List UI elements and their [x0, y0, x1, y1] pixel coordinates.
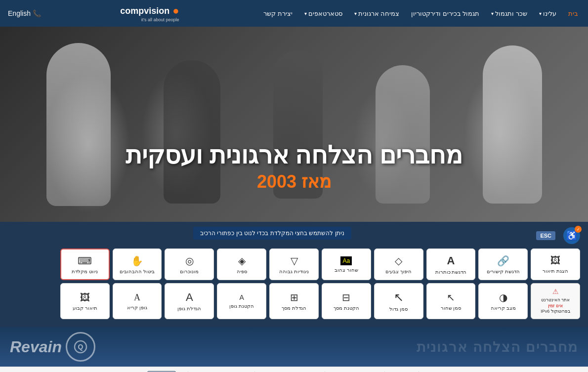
nav-item-about[interactable]: עלינו ▾ — [534, 7, 561, 20]
hand-icon: ✋ — [131, 255, 143, 267]
acc-btn-invert-colors[interactable]: ◇ היפוך צבעים — [374, 248, 423, 280]
svg-text:Q: Q — [78, 343, 83, 351]
accessibility-buttons-row1: 🖼 הצגת תיאור 🔗 הדגשת קישורים A הדגשת כות… — [8, 248, 580, 280]
accessibility-panel: ♿ ✓ ESC ניתן להשתמש בחצי המקלדת בכדי לנו… — [0, 222, 588, 327]
monochrome-icon: ◎ — [185, 255, 194, 267]
acc-btn-ipv6-warning: ⚠ אתר האינטרנטאינו זמיןבפרוטוקול IPv6 — [531, 283, 580, 319]
acc-btn-highlight-headings[interactable]: A הדגשת כותרות — [426, 248, 476, 280]
acc-btn-high-contrast[interactable]: ▽ ניגודיות גבוהה — [269, 248, 319, 280]
accessibility-buttons-row2: ⚠ אתר האינטרנטאינו זמיןבפרוטוקול IPv6 ◑ … — [8, 283, 580, 319]
image-icon: 🖼 — [550, 255, 560, 266]
esc-badge[interactable]: ESC — [536, 231, 555, 240]
accessibility-hint: ניתן להשתמש בחצי המקלדת בכדי לנוט בין כפ… — [193, 227, 351, 240]
zoom-in-icon: ⊞ — [290, 291, 298, 303]
nav-item-salary[interactable]: שכר ותגמול ▾ — [486, 7, 532, 20]
nav-item-contact[interactable]: יצירת קשר — [258, 7, 297, 20]
font-decrease-icon: A — [240, 293, 244, 301]
bottom-background-text: מחברים הצלחה ארגונית — [417, 339, 578, 355]
chevron-down-icon: ▾ — [539, 11, 542, 16]
readable-font-icon: A — [134, 292, 140, 303]
font-increase-icon: A — [186, 291, 193, 304]
chevron-down-icon: ▾ — [491, 11, 494, 16]
bottom-section: מחברים הצלחה ארגונית Q Revain ⚠ חיבור הא… — [0, 327, 588, 367]
link-icon: 🔗 — [497, 255, 509, 267]
hero-section: מחברים הצלחה ארגונית ועסקית מאז 2003 — [0, 27, 588, 222]
footer-bar: 🇺🇸 🇮🇱 ✉ דיווח הפרה 👤 הצהרת נגישות ✕ איפו… — [0, 367, 588, 372]
acc-btn-show-description[interactable]: 🖼 הצגת תיאור — [531, 248, 580, 280]
keyboard-icon: ⌨ — [78, 255, 92, 267]
navbar: בית עלינו ▾ שכר ותגמול ▾ תגמול בכירים וד… — [0, 0, 588, 27]
revain-symbol: Q — [73, 339, 88, 355]
accessibility-icon[interactable]: ♿ ✓ — [563, 227, 580, 244]
zoom-out-icon: ⊟ — [342, 291, 350, 303]
logo-subtitle: it's all about people — [120, 17, 179, 22]
phone-icon: 📞 — [33, 9, 41, 17]
nav-item-home[interactable]: בית — [563, 7, 583, 20]
cursor-icon: ↖ — [447, 291, 455, 303]
chevron-down-icon: ▾ — [304, 11, 307, 16]
sepia-icon: ◈ — [238, 255, 246, 267]
nav-item-executives[interactable]: תגמול בכירים ודירקטוריון — [406, 7, 484, 20]
acc-btn-zoom-out[interactable]: ⊟ הקטנת מסך — [322, 283, 371, 319]
fixed-desc-icon: 🖼 — [80, 292, 90, 303]
accessibility-badge: ✓ — [575, 226, 582, 233]
acc-btn-monochrome[interactable]: ◎ מונוכרום — [165, 248, 214, 280]
nav-item-growth[interactable]: צמיחה ארגונית ▾ — [349, 7, 405, 20]
acc-btn-black-yellow[interactable]: Aa שחור צהוב — [322, 248, 371, 280]
revain-text: Revain — [10, 338, 62, 356]
accessibility-controls: ♿ ✓ ESC — [536, 227, 580, 244]
large-cursor-icon: ↖ — [394, 290, 404, 304]
acc-btn-fixed-description[interactable]: 🖼 תיאור קבוע — [60, 283, 110, 319]
acc-btn-increase-font[interactable]: A הגדלת גופן — [165, 283, 214, 319]
hero-subtitle: מאז 2003 — [0, 171, 588, 192]
acc-btn-large-cursor[interactable]: ↖ סמן גדול — [374, 283, 423, 319]
reading-icon: ◑ — [499, 291, 507, 303]
nav-items: בית עלינו ▾ שכר ותגמול ▾ תגמול בכירים וד… — [258, 7, 583, 20]
acc-btn-keyboard-nav[interactable]: ⌨ ניווט מקלדת — [60, 248, 110, 280]
accessibility-top-bar: ♿ ✓ ESC ניתן להשתמש בחצי המקלדת בכדי לנו… — [8, 227, 580, 245]
hero-title: מחברים הצלחה ארגונית ועסקית — [0, 141, 588, 169]
nav-english-link[interactable]: 📞 English — [8, 9, 41, 17]
acc-btn-stop-animations[interactable]: ✋ ביטול ההבהובים — [113, 248, 162, 280]
heading-icon: A — [447, 254, 455, 267]
acc-btn-decrease-font[interactable]: A הקטנת גופן — [217, 283, 266, 319]
nav-item-startups[interactable]: סטארטאפים ▾ — [299, 7, 347, 20]
acc-btn-reading-mode[interactable]: ◑ מצב קריאה — [478, 283, 528, 319]
acc-btn-highlight-links[interactable]: 🔗 הדגשת קישורים — [478, 248, 528, 280]
contrast-icon: Aa — [340, 256, 352, 265]
revain-circle-icon: Q — [66, 332, 95, 362]
logo-name: compvision — [120, 6, 169, 16]
acc-btn-black-cursor[interactable]: ↖ סמן שחור — [426, 283, 476, 319]
invert-icon: ◇ — [395, 255, 402, 267]
hero-text-block: מחברים הצלחה ארגונית ועסקית מאז 2003 — [0, 141, 588, 192]
warning-icon: ⚠ — [552, 288, 559, 295]
chevron-down-icon: ▾ — [354, 11, 357, 16]
revain-logo: Q Revain — [10, 332, 95, 362]
high-contrast-icon: ▽ — [291, 255, 298, 267]
acc-btn-readable-font[interactable]: A גופן קריא — [113, 283, 162, 319]
acc-btn-zoom-in[interactable]: ⊞ הגדלת מסך — [269, 283, 319, 319]
company-logo[interactable]: ● compvision it's all about people — [120, 4, 179, 22]
acc-btn-sepia[interactable]: ◈ ספיה — [217, 248, 266, 280]
